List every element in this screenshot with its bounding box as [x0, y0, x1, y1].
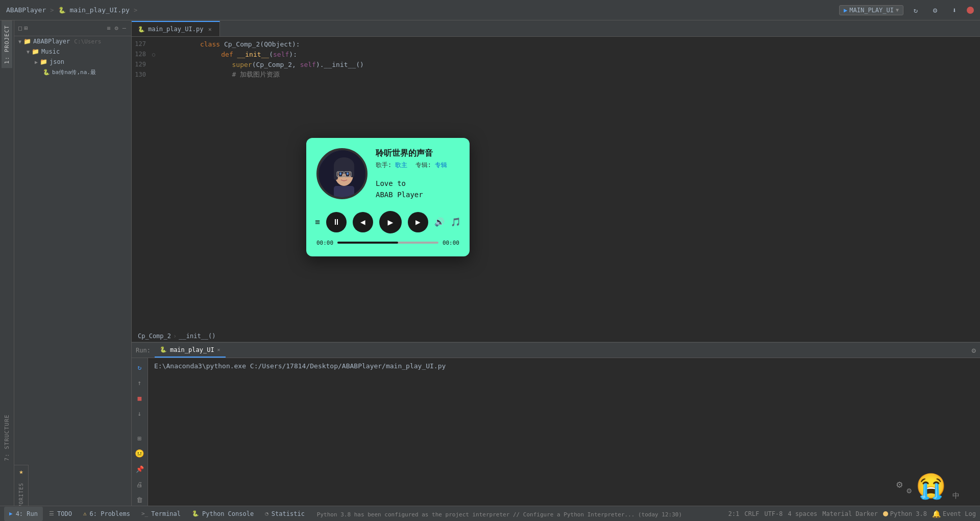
run-stop-icon[interactable]: ■: [134, 392, 146, 404]
todo-icon: ☰: [49, 510, 54, 517]
close-button[interactable]: [967, 7, 974, 14]
top-bar: ABABPlayer > 🐍 main_play_UI.py > ▶ MAIN_…: [0, 0, 980, 20]
pause-button[interactable]: ⏸: [326, 212, 347, 232]
statistic-tab[interactable]: ◔ Statistic: [260, 507, 310, 521]
run-restart-icon[interactable]: ↻: [134, 361, 146, 373]
python-console-tab[interactable]: 🐍 Python Console: [187, 507, 259, 521]
volume-button[interactable]: 🔊: [434, 215, 445, 230]
run-config-dropdown[interactable]: ▶ MAIN_PLAY_UI ▼: [839, 5, 903, 15]
line-num-127: 127: [132, 40, 152, 48]
music-folder-icon: 📁: [32, 48, 39, 55]
song-artist: 歌手: 歌主 专辑: 专辑: [376, 161, 459, 170]
run-tab-icon: 🐍: [160, 346, 167, 353]
encoding-status[interactable]: UTF-8: [764, 510, 782, 517]
progress-fill: [337, 242, 398, 244]
left-vtabs: 1: Project 7: Structure: [0, 20, 14, 506]
file-item[interactable]: 🐍 ba传na传,na.最: [14, 67, 131, 78]
run-print-icon[interactable]: 🖨: [134, 478, 146, 490]
album-art: [316, 148, 368, 199]
run-pin-icon[interactable]: 📌: [134, 463, 146, 475]
line-col-label: 2:1: [728, 510, 740, 517]
run-delete-icon[interactable]: 🗑: [134, 493, 146, 506]
run-tab-close[interactable]: ✕: [217, 347, 220, 352]
svg-rect-4: [350, 164, 354, 177]
file-title[interactable]: main_play_UI.py: [70, 6, 130, 14]
play-button[interactable]: ▶: [379, 211, 402, 233]
run-emoji-icon[interactable]: 😐: [134, 447, 146, 460]
breadcrumb-class[interactable]: Cp_Comp_2: [138, 333, 171, 340]
breadcrumb-bar: Cp_Comp_2 › __init__(): [132, 330, 980, 342]
main-tab[interactable]: 🐍 main_play_UI.py ✕: [132, 21, 220, 36]
problems-icon: ⚠: [83, 510, 87, 517]
player-top: 聆听世界的声音 歌手: 歌主 专辑: 专辑 Love to ABAB Playe…: [316, 148, 459, 201]
settings-icon[interactable]: ⚙: [114, 23, 119, 33]
line-num-130: 130: [132, 71, 152, 78]
run-config-label: MAIN_PLAY_UI: [849, 7, 894, 14]
tree-root[interactable]: ▼ 📁 ABABPlayer C:\Users: [14, 36, 131, 46]
sticker-gear-right: ⚙: [906, 486, 912, 495]
line-num-129: 129: [132, 61, 152, 68]
run-panel: Run: 🐍 main_play_UI ✕ ⚙ ↻ ↑ ■ ↓ ⊞ 😐: [132, 342, 980, 506]
line-num-128: 128: [132, 51, 152, 58]
music-folder[interactable]: ▼ 📁 Music: [14, 46, 131, 57]
tab-close-button[interactable]: ✕: [206, 26, 213, 33]
line-content-130[interactable]: # 加载图片资源: [152, 62, 280, 87]
breadcrumb-method[interactable]: __init__(): [179, 333, 215, 340]
theme-status[interactable]: Material Darker: [822, 510, 877, 517]
python-console-label: Python Console: [202, 510, 254, 517]
song-title-cn: 聆听世界的声音: [376, 148, 459, 159]
run-settings-icon[interactable]: ⚙: [972, 346, 976, 354]
code-lines: 127 class Cp_Comp_2(QObject): 128 ○ def …: [132, 37, 980, 82]
run-scroll-up-icon[interactable]: ↑: [134, 376, 146, 389]
event-log-icon: 🔔: [932, 510, 941, 518]
structure-vtab[interactable]: 7: Structure: [2, 410, 12, 465]
python-icon: 🐍: [192, 510, 199, 517]
svg-point-7: [339, 173, 341, 175]
app-title[interactable]: ABABPlayer: [6, 6, 46, 14]
bottom-bar: ▶ 4: Run ☰ TODO ⚠ 6: Problems >_ Termina…: [0, 506, 980, 521]
prev-button[interactable]: ◀: [353, 212, 373, 232]
run-bottom-tab[interactable]: ▶ 4: Run: [4, 507, 43, 521]
run-panel-header: Run: 🐍 main_play_UI ✕ ⚙: [132, 343, 980, 358]
settings-button[interactable]: ⚙: [928, 3, 942, 17]
favorites-panel: ★ 2: Favorites: [14, 465, 29, 506]
todo-tab[interactable]: ☰ TODO: [44, 507, 77, 521]
collapse-icon[interactable]: ≡: [106, 23, 111, 33]
playlist-button[interactable]: ≡: [315, 215, 320, 230]
queue-button[interactable]: 🎵: [451, 215, 461, 230]
artist-link[interactable]: 歌主: [395, 161, 407, 169]
notification-area: Python 3.8 has been configured as the pr…: [311, 509, 727, 518]
run-scroll-down-icon[interactable]: ↓: [134, 407, 146, 419]
event-log-status[interactable]: 🔔 Event Log: [932, 510, 976, 518]
terminal-tab[interactable]: >_ Terminal: [136, 507, 186, 521]
update-button[interactable]: ⬇: [947, 3, 962, 17]
run-output: E:\Anaconda3\python.exe C:/Users/17814/D…: [148, 358, 980, 506]
svg-rect-12: [334, 186, 354, 199]
python-version-status[interactable]: Python 3.8: [883, 510, 927, 517]
json-folder-icon: 📁: [40, 58, 47, 65]
breadcrumb-sep: ›: [173, 333, 177, 340]
refresh-button[interactable]: ↻: [909, 3, 923, 17]
json-folder[interactable]: ▶ 📁 json: [14, 57, 131, 67]
favorites-star-icon: ★: [19, 467, 23, 476]
indent-status[interactable]: 4 spaces: [788, 510, 818, 517]
run-triangle-icon: ▶: [9, 510, 13, 517]
problems-tab[interactable]: ⚠ 6: Problems: [78, 507, 135, 521]
minimize-icon[interactable]: —: [121, 23, 127, 33]
next-button[interactable]: ▶: [408, 212, 428, 232]
run-compare-icon[interactable]: ⊞: [134, 432, 146, 444]
tab-label: main_play_UI.py: [148, 26, 203, 33]
artist-label: 歌手:: [376, 161, 391, 169]
line-col-status[interactable]: 2:1: [728, 510, 740, 517]
run-command: E:\Anaconda3\python.exe C:/Users/17814/D…: [154, 362, 974, 370]
line-ending-status[interactable]: CRLF: [745, 510, 760, 517]
sticker-emoji: 😭: [916, 471, 946, 501]
python-version-label: Python 3.8: [890, 510, 927, 517]
project-vtab[interactable]: 1: Project: [2, 20, 12, 68]
album-link[interactable]: 专辑: [435, 161, 447, 169]
progress-track[interactable]: [337, 242, 438, 244]
music-label: Music: [41, 48, 60, 55]
run-tab[interactable]: 🐍 main_play_UI ✕: [155, 343, 226, 358]
indent-label: 4 spaces: [788, 510, 818, 517]
project-panel: □ ⊞ ≡ ⚙ — ▼ 📁 ABABPlayer C:\Users ▼ 📁 Mu…: [14, 20, 132, 506]
